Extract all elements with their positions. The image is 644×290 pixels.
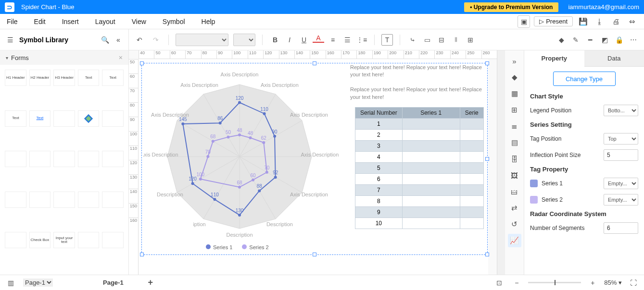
table-cell[interactable]: 7 <box>355 185 403 196</box>
org-icon[interactable]: 🜲 <box>508 185 521 198</box>
table-cell[interactable]: 1 <box>355 119 403 130</box>
table-cell[interactable] <box>402 185 460 196</box>
library-item[interactable]: Text <box>29 110 51 127</box>
menu-layout[interactable]: Layout <box>95 18 115 25</box>
vertical-scrollbar[interactable] <box>497 50 505 275</box>
table-cell[interactable]: 4 <box>355 152 403 163</box>
shadow-icon[interactable]: ◩ <box>599 34 610 46</box>
search-icon[interactable]: 🔍 <box>101 36 109 44</box>
menu-insert[interactable]: Insert <box>62 18 79 25</box>
download-icon[interactable]: ⭳ <box>593 15 606 28</box>
library-item[interactable] <box>102 232 124 248</box>
fit-view-icon[interactable]: ⊡ <box>493 277 505 289</box>
line-spacing-icon[interactable]: ☰ <box>341 34 353 46</box>
table-cell[interactable] <box>402 119 460 130</box>
zoom-out-icon[interactable]: − <box>511 277 522 289</box>
line-style-icon[interactable]: ━ <box>584 34 596 46</box>
library-item[interactable] <box>53 151 75 167</box>
library-item[interactable] <box>29 192 51 208</box>
library-item[interactable]: Text <box>78 70 100 86</box>
menu-edit[interactable]: Edit <box>34 18 46 25</box>
distribute-icon[interactable]: ⫴ <box>450 34 462 46</box>
table-cell[interactable] <box>402 174 460 185</box>
user-email[interactable]: iammurtaza4@gmail.com <box>568 3 639 11</box>
present-button[interactable]: ▷ Present <box>534 16 573 26</box>
library-item[interactable] <box>53 192 75 208</box>
library-item[interactable] <box>78 151 100 167</box>
inflection-size-input[interactable] <box>604 149 638 161</box>
table-cell[interactable] <box>460 119 483 130</box>
italic-icon[interactable]: I <box>284 34 295 46</box>
redo-icon[interactable]: ↷ <box>150 34 162 46</box>
legend-position-select[interactable]: Botto... <box>604 105 638 116</box>
tab-property[interactable]: Property <box>524 50 584 67</box>
series-value-select[interactable]: Empty... <box>604 194 638 205</box>
table-cell[interactable] <box>402 163 460 174</box>
share-icon[interactable]: ⇔ <box>626 15 638 28</box>
table-cell[interactable]: 6 <box>355 174 403 185</box>
collapse-left-icon[interactable]: « <box>114 36 123 44</box>
table-cell[interactable] <box>460 196 483 207</box>
current-page-tab[interactable]: Page-1 <box>103 279 124 286</box>
db-icon[interactable]: 🗄 <box>508 152 521 166</box>
underline-icon[interactable]: U <box>298 34 310 46</box>
upgrade-button[interactable]: • Upgrade to Premium Version <box>464 2 558 12</box>
library-item[interactable] <box>53 110 75 127</box>
library-item[interactable] <box>78 232 100 248</box>
num-segments-input[interactable] <box>604 222 638 234</box>
library-item[interactable] <box>78 192 100 208</box>
library-item[interactable] <box>102 192 124 208</box>
page-select[interactable]: Page-1 <box>23 278 53 287</box>
save-icon[interactable]: 💾 <box>577 15 589 28</box>
random-icon[interactable]: ⇄ <box>508 201 521 215</box>
table-cell[interactable]: 3 <box>355 141 403 152</box>
table-cell[interactable]: 10 <box>355 218 403 229</box>
fullscreen-icon[interactable]: ⛶ <box>628 277 639 289</box>
chart-icon[interactable]: 📈 <box>508 234 521 247</box>
more-icon[interactable]: ⋯ <box>628 34 639 46</box>
image-icon[interactable]: 🖼 <box>508 169 521 182</box>
table-cell[interactable]: 2 <box>355 130 403 141</box>
table-cell[interactable] <box>402 207 460 218</box>
radar-chart[interactable]: Axis DescriptionAxis DescriptionAxis Des… <box>143 63 345 245</box>
tag-position-select[interactable]: Top <box>604 133 638 145</box>
table-cell[interactable]: 9 <box>355 207 403 218</box>
apps-icon[interactable]: ⊞ <box>508 103 521 117</box>
expand-icon[interactable]: » <box>508 54 521 68</box>
close-section-icon[interactable]: × <box>119 54 123 61</box>
menu-symbol[interactable]: Symbol <box>163 18 185 25</box>
table-cell[interactable] <box>460 130 483 141</box>
menu-help[interactable]: Help <box>202 18 215 25</box>
table-cell[interactable] <box>402 130 460 141</box>
table-cell[interactable]: 8 <box>355 196 403 207</box>
library-item[interactable]: H2 Header <box>29 70 51 86</box>
placeholder-text[interactable]: Replace your text here! Replace your tex… <box>350 64 490 101</box>
font-family-select[interactable] <box>176 34 228 46</box>
menu-file[interactable]: File <box>7 18 18 25</box>
library-item[interactable] <box>78 110 100 127</box>
connector-icon[interactable]: ⤷ <box>407 34 418 46</box>
library-item[interactable] <box>102 110 124 127</box>
table-cell[interactable] <box>460 163 483 174</box>
data-table[interactable]: Serial NumberSeries 1Serie12345678910 <box>355 107 484 229</box>
series-value-select[interactable]: Empty... <box>604 178 638 189</box>
undo-icon[interactable]: ↶ <box>134 34 145 46</box>
history-icon[interactable]: ↺ <box>508 218 521 231</box>
table-cell[interactable] <box>402 152 460 163</box>
library-item[interactable] <box>29 151 51 167</box>
library-item[interactable]: H1 Header <box>5 70 26 86</box>
align-icon[interactable]: ≡ <box>327 34 339 46</box>
pen-icon[interactable]: ✎ <box>570 34 581 46</box>
paint-icon[interactable]: ◆ <box>508 71 521 84</box>
library-item[interactable] <box>5 192 26 208</box>
library-item[interactable]: Input your text <box>53 232 75 248</box>
forms-section-header[interactable]: ▾ Forms × <box>0 50 128 65</box>
zoom-slider[interactable] <box>528 282 581 283</box>
font-size-select[interactable] <box>233 34 255 46</box>
shape-icon[interactable]: ▭ <box>421 34 433 46</box>
add-page-icon[interactable]: + <box>145 277 156 289</box>
library-item[interactable]: Text <box>102 70 124 86</box>
table-cell[interactable] <box>402 196 460 207</box>
library-item[interactable]: Text <box>5 110 26 127</box>
bullets-icon[interactable]: ⋮≡ <box>356 34 367 46</box>
